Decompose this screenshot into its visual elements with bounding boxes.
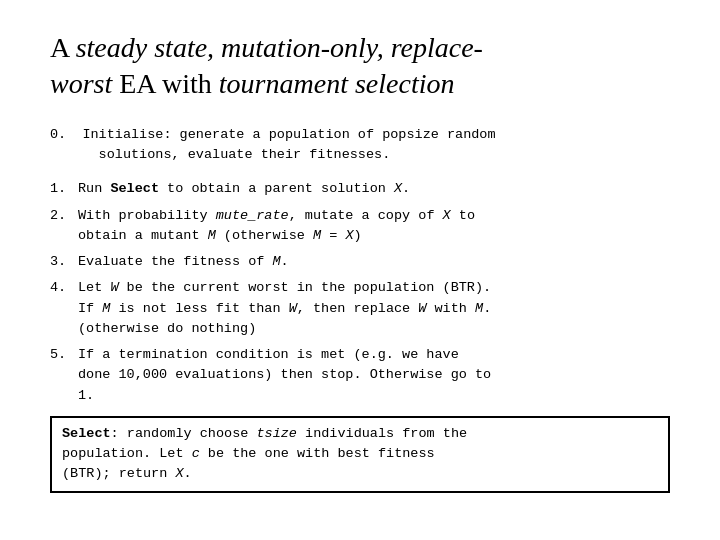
step-4-w2: W: [289, 301, 297, 316]
step-5-num: 5.: [50, 345, 78, 412]
step-1-num: 1.: [50, 179, 78, 205]
step-4-row: 4. Let W be the current worst in the pop…: [50, 278, 670, 345]
step-0-indent: [50, 147, 99, 162]
select-keyword: Select: [62, 426, 111, 441]
step-4-w: W: [110, 280, 118, 295]
step-5-row: 5. If a termination condition is met (e.…: [50, 345, 670, 412]
slide: A steady state, mutation-only, replace- …: [0, 0, 720, 540]
step-3-row: 3. Evaluate the fitness of M.: [50, 252, 670, 278]
step-3-m: M: [272, 254, 280, 269]
step-2-m2: M: [313, 228, 321, 243]
select-line3: (BTR); return X.: [62, 466, 192, 481]
step-1-text: Run Select to obtain a parent solution X…: [78, 179, 670, 205]
select-c: c: [192, 446, 200, 461]
title-worst: worst: [50, 68, 112, 99]
step-1-row: 1. Run Select to obtain a parent solutio…: [50, 179, 670, 205]
slide-title: A steady state, mutation-only, replace- …: [50, 30, 670, 103]
title-a: A: [50, 32, 76, 63]
title-steady-state: steady state: [76, 32, 207, 63]
title-replace: , replace-: [377, 32, 483, 63]
step-1-select-bold: Select: [110, 181, 159, 196]
step-2-x2: X: [345, 228, 353, 243]
title-mutation-only: mutation-only: [221, 32, 377, 63]
step-2-mute-rate: mute_rate: [216, 208, 289, 223]
step-4-w3: W: [418, 301, 426, 316]
title-ea-with: EA with: [112, 68, 219, 99]
step-2-text: With probability mute_rate, mutate a cop…: [78, 206, 670, 253]
step-4-m: M: [102, 301, 110, 316]
step-3-num: 3.: [50, 252, 78, 278]
title-tournament: tournament selection: [219, 68, 455, 99]
select-line2: population. Let c be the one with best f…: [62, 446, 435, 461]
step-4-num: 4.: [50, 278, 78, 345]
step-4-text: Let W be the current worst in the popula…: [78, 278, 670, 345]
step-5-text: If a termination condition is met (e.g. …: [78, 345, 670, 412]
step-2-m: M: [208, 228, 216, 243]
step-2-num: 2.: [50, 206, 78, 253]
content-area: 0. Initialise: generate a population of …: [50, 125, 670, 493]
step-2-row: 2. With probability mute_rate, mutate a …: [50, 206, 670, 253]
step-4-m2: M: [475, 301, 483, 316]
steps-list: 1. Run Select to obtain a parent solutio…: [50, 179, 670, 412]
title-comma1: ,: [207, 32, 221, 63]
step-0-text2: solutions, evaluate their fitnesses.: [99, 147, 391, 162]
step-0-label: 0.: [50, 127, 82, 142]
step-0: 0. Initialise: generate a population of …: [50, 125, 670, 166]
select-tsize: tsize: [256, 426, 297, 441]
select-colon: : randomly choose tsize individuals from…: [111, 426, 467, 441]
step-0-text1: Initialise: generate a population of pop…: [82, 127, 495, 142]
step-1-x: X: [394, 181, 402, 196]
step-3-text: Evaluate the fitness of M.: [78, 252, 670, 278]
step-2-x: X: [443, 208, 451, 223]
select-x: X: [175, 466, 183, 481]
select-definition-box: Select: randomly choose tsize individual…: [50, 416, 670, 493]
